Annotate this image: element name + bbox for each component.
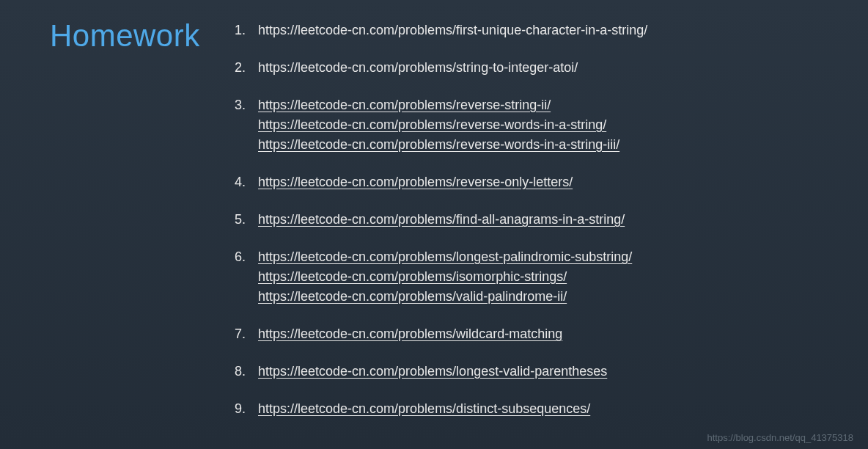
list-number: 2. xyxy=(235,58,258,78)
homework-link[interactable]: https://leetcode-cn.com/problems/find-al… xyxy=(258,210,839,230)
list-content: https://leetcode-cn.com/problems/string-… xyxy=(258,58,839,78)
slide-container: Homework 1.https://leetcode-cn.com/probl… xyxy=(0,0,868,437)
list-number: 4. xyxy=(235,172,258,192)
homework-link[interactable]: https://leetcode-cn.com/problems/reverse… xyxy=(258,115,839,135)
homework-text: https://leetcode-cn.com/problems/first-u… xyxy=(258,21,839,40)
slide-title: Homework xyxy=(0,15,235,437)
list-item: 9.https://leetcode-cn.com/problems/disti… xyxy=(235,399,839,419)
homework-link[interactable]: https://leetcode-cn.com/problems/isomorp… xyxy=(258,267,839,287)
homework-link[interactable]: https://leetcode-cn.com/problems/wildcar… xyxy=(258,324,839,344)
list-content: https://leetcode-cn.com/problems/distinc… xyxy=(258,399,839,419)
homework-link[interactable]: https://leetcode-cn.com/problems/longest… xyxy=(258,247,839,267)
list-content: https://leetcode-cn.com/problems/wildcar… xyxy=(258,324,839,344)
list-number: 1. xyxy=(235,21,258,40)
list-number: 3. xyxy=(235,95,258,155)
list-item: 7.https://leetcode-cn.com/problems/wildc… xyxy=(235,324,839,344)
list-content: https://leetcode-cn.com/problems/longest… xyxy=(258,362,839,382)
list-number: 8. xyxy=(235,362,258,382)
list-content: https://leetcode-cn.com/problems/reverse… xyxy=(258,95,839,155)
homework-link[interactable]: https://leetcode-cn.com/problems/valid-p… xyxy=(258,287,839,307)
homework-text: https://leetcode-cn.com/problems/string-… xyxy=(258,58,839,78)
list-number: 6. xyxy=(235,247,258,307)
homework-link[interactable]: https://leetcode-cn.com/problems/reverse… xyxy=(258,95,839,115)
homework-link[interactable]: https://leetcode-cn.com/problems/reverse… xyxy=(258,172,839,192)
list-number: 5. xyxy=(235,210,258,230)
homework-link[interactable]: https://leetcode-cn.com/problems/distinc… xyxy=(258,399,839,419)
list-number: 9. xyxy=(235,399,258,419)
watermark-text: https://blog.csdn.net/qq_41375318 xyxy=(707,432,854,443)
list-content: https://leetcode-cn.com/problems/first-u… xyxy=(258,21,839,40)
list-item: 3.https://leetcode-cn.com/problems/rever… xyxy=(235,95,839,155)
homework-link[interactable]: https://leetcode-cn.com/problems/reverse… xyxy=(258,135,839,155)
homework-link[interactable]: https://leetcode-cn.com/problems/longest… xyxy=(258,362,839,382)
list-item: 4.https://leetcode-cn.com/problems/rever… xyxy=(235,172,839,192)
homework-list: 1.https://leetcode-cn.com/problems/first… xyxy=(235,15,868,437)
list-number: 7. xyxy=(235,324,258,344)
list-item: 1.https://leetcode-cn.com/problems/first… xyxy=(235,21,839,40)
list-item: 6.https://leetcode-cn.com/problems/longe… xyxy=(235,247,839,307)
list-content: https://leetcode-cn.com/problems/reverse… xyxy=(258,172,839,192)
list-item: 2.https://leetcode-cn.com/problems/strin… xyxy=(235,58,839,78)
list-item: 5.https://leetcode-cn.com/problems/find-… xyxy=(235,210,839,230)
list-content: https://leetcode-cn.com/problems/find-al… xyxy=(258,210,839,230)
list-content: https://leetcode-cn.com/problems/longest… xyxy=(258,247,839,307)
list-item: 8.https://leetcode-cn.com/problems/longe… xyxy=(235,362,839,382)
